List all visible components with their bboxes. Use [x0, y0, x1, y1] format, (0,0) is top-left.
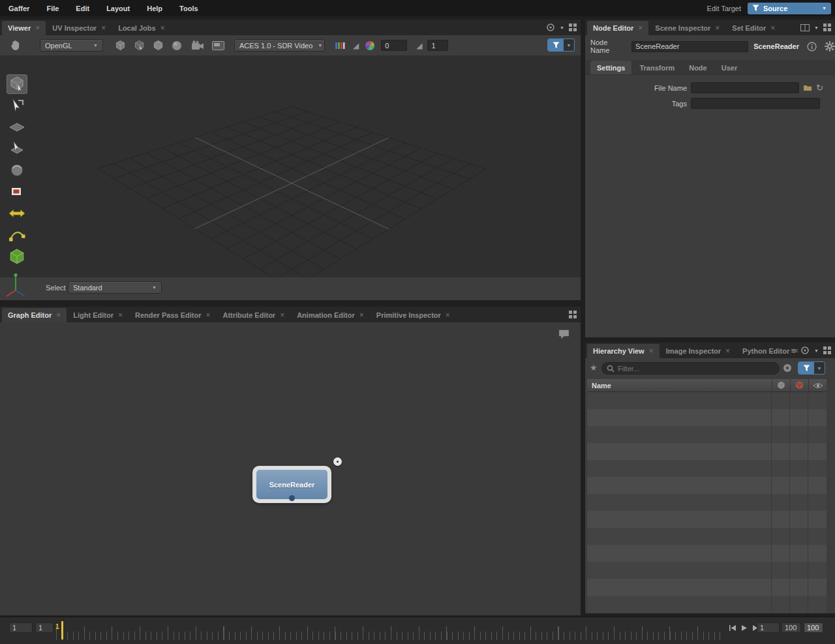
layout-grid-icon[interactable]: [569, 23, 577, 31]
close-icon[interactable]: ×: [715, 24, 720, 32]
menu-tools[interactable]: Tools: [171, 0, 207, 16]
hierarchy-row[interactable]: [587, 477, 827, 494]
menu-gaffer[interactable]: Gaffer: [0, 0, 38, 16]
hierarchy-row[interactable]: [587, 511, 827, 528]
hierarchy-edit-scope-button[interactable]: ▼: [798, 361, 825, 375]
eye-visibility-column-icon[interactable]: [808, 379, 827, 391]
close-icon[interactable]: ×: [280, 311, 284, 319]
hierarchy-row[interactable]: [587, 443, 827, 460]
node-output-connector[interactable]: [333, 457, 342, 466]
annotations-icon[interactable]: [558, 329, 570, 340]
chevron-down-icon[interactable]: ▼: [564, 39, 574, 51]
tab-set-editor[interactable]: Set Editor ×: [726, 21, 781, 35]
file-name-input[interactable]: [691, 82, 799, 93]
edit-target-source-button[interactable]: Source ▼: [748, 3, 831, 14]
folder-browse-icon[interactable]: [803, 84, 812, 91]
timeline-end-frame-field[interactable]: [782, 622, 801, 633]
close-icon[interactable]: ×: [638, 24, 643, 32]
hierarchy-row[interactable]: [587, 579, 827, 596]
camera-icon[interactable]: [191, 40, 204, 50]
hierarchy-row[interactable]: [587, 409, 827, 426]
close-icon[interactable]: ×: [770, 24, 775, 32]
editor-focus-icon[interactable]: [800, 346, 810, 355]
filter-toggle-icon[interactable]: [783, 363, 792, 373]
hierarchy-row[interactable]: [587, 460, 827, 477]
panel-menu-icon[interactable]: ≡: [791, 346, 796, 355]
cube-tool-button[interactable]: [7, 247, 27, 266]
pan-hand-icon[interactable]: [9, 39, 22, 52]
tab-graph-editor[interactable]: Graph Editor ×: [2, 308, 67, 322]
solid-cube-icon[interactable]: [153, 40, 164, 51]
node-scene-plug[interactable]: [289, 495, 295, 501]
shading-sphere-icon[interactable]: [172, 40, 182, 51]
play-backward-icon[interactable]: [729, 624, 736, 632]
close-icon[interactable]: ×: [56, 311, 61, 319]
tab-image-inspector[interactable]: Image Inspector ×: [660, 344, 736, 358]
viewer-edit-scope-button[interactable]: ▼: [547, 38, 575, 52]
node-name-input[interactable]: [631, 41, 748, 52]
layout-grid-icon[interactable]: [823, 346, 831, 354]
close-icon[interactable]: ×: [35, 24, 40, 32]
current-frame-marker[interactable]: 1: [61, 621, 63, 639]
close-icon[interactable]: ×: [725, 347, 730, 355]
display-output-icon[interactable]: [212, 41, 224, 50]
timeline-frame-field[interactable]: [757, 622, 780, 633]
tab-uv-inspector[interactable]: UV Inspector ×: [46, 21, 112, 35]
menu-help[interactable]: Help: [138, 0, 171, 16]
filter-input[interactable]: [618, 365, 774, 373]
hierarchy-row[interactable]: [587, 528, 827, 545]
selection-tool-button[interactable]: [7, 74, 27, 94]
tab-hierarchy-view[interactable]: Hierarchy View ×: [587, 344, 660, 358]
filter-search-box[interactable]: [601, 362, 780, 375]
display-transform-dropdown[interactable]: ACES 1.0 - SDR Video ▼: [234, 39, 325, 52]
gamma-triangle-icon[interactable]: ◢: [416, 42, 422, 50]
render-visibility-column-icon[interactable]: [790, 379, 808, 391]
play-forward-icon[interactable]: [741, 624, 748, 632]
gradient-triangle-icon[interactable]: ◢: [353, 42, 359, 50]
layout-grid-icon[interactable]: [569, 311, 577, 318]
tab-attribute-editor[interactable]: Attribute Editor ×: [217, 308, 290, 322]
tab-primitive-inspector[interactable]: Primitive Inspector ×: [371, 308, 456, 322]
timeline-range-end-field[interactable]: [804, 622, 823, 633]
renderer-dropdown[interactable]: OpenGL ▼: [40, 39, 103, 52]
close-icon[interactable]: ×: [160, 24, 165, 32]
tab-animation-editor[interactable]: Animation Editor ×: [291, 308, 370, 322]
section-tab-settings[interactable]: Settings: [590, 61, 631, 74]
close-icon[interactable]: ×: [446, 311, 450, 319]
section-tab-node[interactable]: Node: [682, 61, 714, 74]
menu-file[interactable]: File: [38, 0, 67, 16]
select-mode-dropdown[interactable]: Standard ▼: [68, 281, 162, 294]
hierarchy-row[interactable]: [587, 596, 827, 613]
light-tool-button[interactable]: [7, 204, 27, 223]
refresh-icon[interactable]: ↻: [816, 84, 823, 92]
menu-edit[interactable]: Edit: [67, 0, 98, 16]
close-icon[interactable]: ×: [205, 311, 210, 319]
timeline-range-start-field[interactable]: [9, 622, 33, 633]
tab-local-jobs[interactable]: Local Jobs ×: [112, 21, 170, 35]
scene-reader-node[interactable]: SceneReader: [252, 466, 331, 503]
layout-grid-icon[interactable]: [823, 23, 831, 31]
chevron-down-icon[interactable]: ▼: [814, 362, 825, 374]
tab-node-editor[interactable]: Node Editor ×: [587, 21, 648, 35]
channel-rgb-icon[interactable]: [335, 41, 345, 50]
chevron-down-icon[interactable]: ▼: [560, 25, 564, 30]
exposure-field[interactable]: 0: [381, 40, 407, 51]
camera-tool-button[interactable]: [7, 161, 27, 180]
layout-split-icon[interactable]: [800, 24, 810, 31]
tab-scene-inspector[interactable]: Scene Inspector ×: [649, 21, 725, 35]
tags-input[interactable]: [691, 98, 820, 109]
graph-canvas[interactable]: SceneReader: [0, 322, 581, 615]
tab-light-editor[interactable]: Light Editor ×: [67, 308, 129, 322]
info-icon[interactable]: [807, 42, 817, 52]
expansion-cube-icon[interactable]: [134, 40, 145, 51]
close-icon[interactable]: ×: [649, 347, 654, 355]
gear-icon[interactable]: [825, 41, 835, 52]
curve-tool-button[interactable]: [7, 225, 27, 245]
close-icon[interactable]: ×: [101, 24, 106, 32]
hierarchy-row[interactable]: [587, 562, 827, 579]
close-icon[interactable]: ×: [118, 311, 123, 319]
hierarchy-row[interactable]: [587, 545, 827, 562]
editor-focus-icon[interactable]: [546, 23, 555, 32]
hierarchy-table-header[interactable]: Name: [587, 379, 827, 392]
chevron-down-icon[interactable]: ▼: [814, 348, 819, 353]
